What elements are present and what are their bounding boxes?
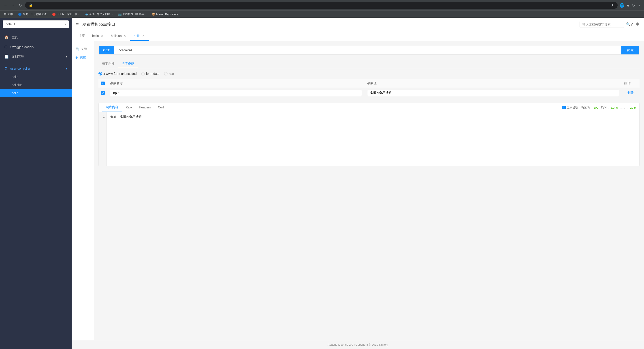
params-table: ✓ 参数名称 参数值 操作 ✓ xyxy=(98,79,640,98)
table-header-row: ✓ 参数名称 参数值 操作 xyxy=(98,79,640,88)
bookmark-baidu[interactable]: 🔵 百度一下，你就知道 xyxy=(17,12,48,17)
menu-toggle-button[interactable]: ≡ xyxy=(76,22,79,27)
tab-hello2-close[interactable]: ✕ xyxy=(142,34,145,38)
project-dropdown[interactable]: default ▾ xyxy=(3,20,69,28)
content-sidebar-docs[interactable]: 📄 文档 xyxy=(72,45,94,53)
forward-button[interactable]: → xyxy=(10,2,16,9)
tab-helloluo[interactable]: helloluo ✕ xyxy=(108,31,130,41)
bookmark-apps[interactable]: ⊞ 应用 xyxy=(3,12,14,17)
radio-raw[interactable]: raw xyxy=(164,72,174,76)
response-meta: ✓ 显示说明 响应码： 200 耗时： 31ms xyxy=(562,106,636,110)
time-value: 31ms xyxy=(611,106,618,109)
delete-row-button[interactable]: 删除 xyxy=(628,91,634,95)
header-actions: ? 中 xyxy=(630,22,640,27)
baidu-icon: 🔵 xyxy=(18,13,22,16)
response-tab-curl[interactable]: Curl xyxy=(154,103,168,112)
debug-sidebar-label: 调试 xyxy=(80,56,86,60)
radio-urlencoded-label: x-www-form-urlencoded xyxy=(104,72,137,76)
tab-hello1-label: hello xyxy=(92,34,99,38)
row-name-cell xyxy=(108,88,364,98)
response-content: 你好，溪源的奇思妙想 xyxy=(107,112,639,166)
sidebar-item-swagger[interactable]: ⬡ Swagger Models xyxy=(0,42,72,52)
size-item: 大小： 20 b xyxy=(620,106,636,110)
back-button[interactable]: ← xyxy=(3,2,9,9)
tab-main-label: 主页 xyxy=(79,34,85,38)
line-number-1: 1 xyxy=(100,115,105,118)
search-icon[interactable]: 🔍 xyxy=(626,22,630,27)
header-search: 🔍 xyxy=(580,21,630,28)
profile-button[interactable]: ☺ xyxy=(632,3,636,8)
menu-button[interactable]: ⋮ xyxy=(637,3,641,8)
debug-sidebar-icon: ⚙ xyxy=(75,56,78,59)
sidebar-sub-hello2[interactable]: hello xyxy=(0,89,72,97)
bookmark-csdn[interactable]: 🔴 CSDN - 专业开发... xyxy=(51,12,81,17)
response-tab-raw[interactable]: Raw xyxy=(122,103,136,112)
col-check: ✓ xyxy=(98,79,108,88)
bookmark-video[interactable]: 📺 在线播放《庆余年... xyxy=(117,12,148,17)
apps-icon: ⊞ xyxy=(4,13,6,16)
bookmark-label: Maven Repository... xyxy=(156,13,180,16)
row-value-cell xyxy=(364,88,622,98)
tab-params-label: 请求参数 xyxy=(122,61,134,65)
size-label: 大小： xyxy=(620,106,629,110)
sidebar-item-home[interactable]: 🏠 主页 xyxy=(0,33,72,42)
sidebar-item-docs[interactable]: 📄 文档管理 ▾ xyxy=(0,52,72,61)
send-button[interactable]: 发 送 xyxy=(622,46,639,55)
col-name-header: 参数名称 xyxy=(108,79,364,88)
tab-hello2-label: hello xyxy=(134,34,140,38)
param-name-input[interactable] xyxy=(110,90,362,96)
bookmark-button[interactable]: ★ xyxy=(626,3,630,8)
bookmarks-bar: ⊞ 应用 🔵 百度一下，你就知道 🔴 CSDN - 专业开发... 🐟 斗鱼 -… xyxy=(0,11,644,18)
content-sidebar: 📄 文档 ⚙ 调试 xyxy=(72,41,94,340)
response-tab-content[interactable]: 响应内容 xyxy=(102,103,122,112)
params-table-body: ✓ 删除 xyxy=(98,88,640,98)
api-url-input[interactable] xyxy=(114,46,622,54)
row-checkbox[interactable]: ✓ xyxy=(101,91,105,95)
select-all-checkbox[interactable]: ✓ xyxy=(101,82,105,85)
radio-urlencoded[interactable]: x-www-form-urlencoded xyxy=(98,72,137,76)
dropdown-arrow: ▾ xyxy=(64,23,66,26)
response-raw-label: Raw xyxy=(126,106,132,109)
request-tab-headers[interactable]: 请求头部 xyxy=(98,59,118,68)
radio-formdata[interactable]: form-data xyxy=(141,72,160,76)
col-value-header: 参数值 xyxy=(364,79,622,88)
param-value-input[interactable] xyxy=(367,90,619,96)
sidebar-sub-hello1[interactable]: hello xyxy=(0,73,72,81)
lang-button[interactable]: 中 xyxy=(636,22,640,27)
show-desc-checkbox[interactable]: ✓ xyxy=(562,106,566,109)
content-sidebar-debug[interactable]: ⚙ 调试 xyxy=(72,53,94,62)
sidebar-swagger-label: Swagger Models xyxy=(10,45,67,49)
translate-button[interactable]: 🌐 xyxy=(620,3,624,8)
tab-hello2[interactable]: hello ✕ xyxy=(130,31,149,41)
help-button[interactable]: ? xyxy=(630,22,633,27)
page-title: 发布模拟boos接口 xyxy=(82,22,580,27)
form-options: x-www-form-urlencoded form-data raw xyxy=(98,72,640,76)
bookmark-douyu[interactable]: 🐟 斗鱼 - 每个人的直... xyxy=(84,12,114,17)
reload-button[interactable]: ↻ xyxy=(17,2,23,9)
request-tabs: 请求头部 请求参数 xyxy=(98,59,640,68)
radio-raw-circle xyxy=(164,72,168,76)
response-tab-headers[interactable]: Headers xyxy=(136,103,154,112)
header-search-input[interactable] xyxy=(580,21,624,28)
bookmark-maven[interactable]: 📦 Maven Repository... xyxy=(150,12,181,17)
radio-formdata-label: form-data xyxy=(146,72,160,76)
address-bar[interactable]: 🔒 127.0.0.1:8080/doc.html#/default/user-… xyxy=(25,2,618,9)
tab-main[interactable]: 主页 xyxy=(75,31,88,41)
controller-icon: ⚙ xyxy=(4,66,8,71)
tab-hello1[interactable]: hello ✕ xyxy=(88,31,108,41)
bookmark-label: 在线播放《庆余年... xyxy=(122,12,146,16)
tab-helloluo-close[interactable]: ✕ xyxy=(123,34,127,38)
status-label: 响应码： xyxy=(581,106,592,110)
docs-sidebar-icon: 📄 xyxy=(75,47,79,51)
time-item: 耗时： 31ms xyxy=(601,106,618,110)
sidebar-sub-helloluo[interactable]: helloluo xyxy=(0,81,72,89)
footer: Apache License 2.0 | Copyright © 2019-Kn… xyxy=(72,340,644,349)
row-action-cell: 删除 xyxy=(622,88,640,98)
csdn-icon: 🔴 xyxy=(52,13,56,16)
section-header-user-controller[interactable]: ⚙ user-controller ▴ xyxy=(0,64,72,73)
sidebar-home-label: 主页 xyxy=(12,35,67,40)
request-tab-params[interactable]: 请求参数 xyxy=(118,59,138,68)
sub-hello2-label: hello xyxy=(12,91,18,95)
tab-hello1-close[interactable]: ✕ xyxy=(100,34,104,38)
url-input[interactable]: 127.0.0.1:8080/doc.html#/default/user-co… xyxy=(35,4,609,7)
